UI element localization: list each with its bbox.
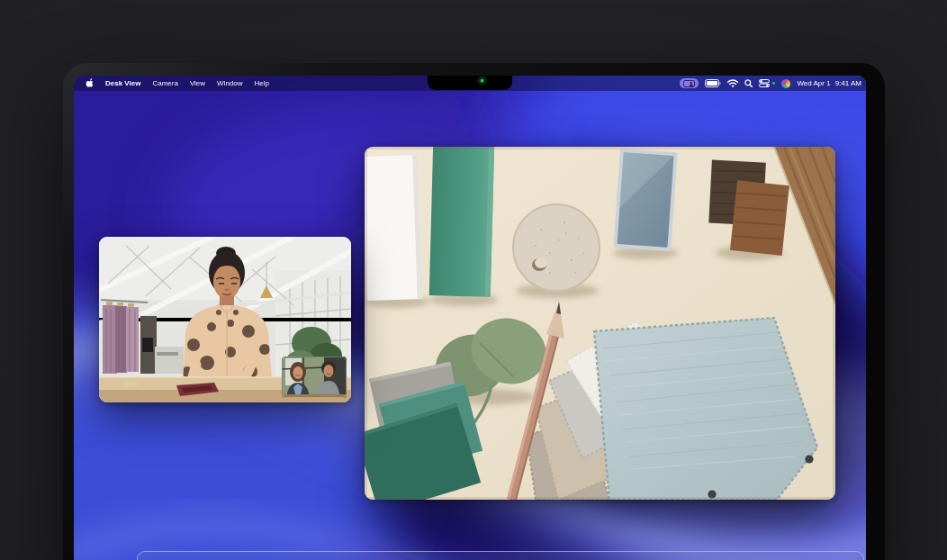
battery-icon[interactable] bbox=[705, 79, 721, 87]
green-tile bbox=[429, 147, 494, 297]
macbook-screen: Desk View Camera View Window Help bbox=[74, 76, 866, 560]
apple-menu[interactable] bbox=[86, 78, 94, 88]
macbook-bezel: Desk View Camera View Window Help bbox=[63, 63, 885, 560]
menu-window[interactable]: Window bbox=[217, 79, 242, 87]
status-green-dot bbox=[772, 82, 775, 85]
menu-help[interactable]: Help bbox=[255, 79, 269, 87]
pip-remote-participants[interactable] bbox=[282, 357, 347, 398]
camera-indicator-led bbox=[481, 79, 483, 82]
background-window-edge[interactable] bbox=[137, 551, 864, 560]
clock-date: Wed Apr 1 bbox=[797, 79, 830, 87]
desk-view-window[interactable] bbox=[365, 147, 835, 500]
search-icon[interactable] bbox=[744, 79, 753, 87]
wifi-icon[interactable] bbox=[727, 79, 738, 87]
control-center-icon[interactable] bbox=[759, 79, 770, 87]
blue-tile bbox=[613, 149, 678, 251]
desk-view-indicator-icon[interactable] bbox=[680, 78, 699, 88]
white-tile bbox=[365, 155, 423, 301]
menu-camera[interactable]: Camera bbox=[152, 79, 177, 87]
camera-notch bbox=[428, 76, 512, 90]
menu-app-name[interactable]: Desk View bbox=[105, 79, 140, 87]
menu-bar-clock[interactable]: Wed Apr 1 9:41 AM bbox=[797, 79, 861, 87]
brown-wood-sample bbox=[730, 180, 789, 256]
felt-disc bbox=[513, 204, 600, 291]
photo-backdrop: Desk View Camera View Window Help bbox=[0, 0, 947, 560]
menu-view[interactable]: View bbox=[190, 79, 205, 87]
apple-logo-icon bbox=[86, 78, 94, 88]
clock-time: 9:41 AM bbox=[835, 79, 861, 87]
siri-orb-icon[interactable] bbox=[781, 79, 790, 88]
facetime-call-window[interactable] bbox=[99, 237, 351, 402]
